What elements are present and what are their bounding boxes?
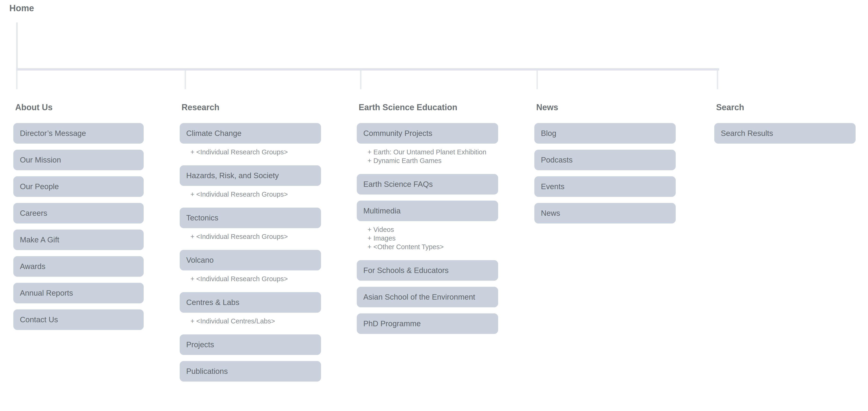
node-label: Community Projects (363, 129, 432, 138)
sub-item-list: + Videos + Images + <Other Content Types… (357, 225, 498, 251)
sub-item: + <Individual Research Groups> (190, 190, 321, 199)
sitemap-node-search-results: Search Results (714, 123, 856, 144)
node-label: Careers (20, 209, 47, 218)
connector-drop-line-search (717, 70, 718, 89)
node-label: Events (541, 182, 564, 191)
sitemap-node-directors-message: Director’s Message (13, 123, 144, 144)
node-label: For Schools & Educators (363, 266, 448, 275)
connector-drop-line-research (185, 70, 186, 89)
sitemap-node-projects: Projects (180, 335, 321, 355)
sub-item: + Dynamic Earth Games (368, 156, 498, 165)
node-label: Climate Change (186, 129, 242, 138)
column-header-about-us: About Us (13, 102, 144, 113)
connector-drop-line-about-us (16, 70, 18, 89)
sub-item: + <Individual Centres/Labs> (190, 317, 321, 325)
sitemap-node-annual-reports: Annual Reports (13, 283, 144, 303)
sub-item-list: + <Individual Research Groups> (180, 275, 321, 283)
sitemap-diagram: Home About Us Director’s Message Our Mis… (0, 0, 868, 411)
node-label: Awards (20, 262, 45, 271)
sitemap-node-climate-change: Climate Change (180, 123, 321, 144)
root-node-home: Home (9, 3, 34, 13)
node-label: Hazards, Risk, and Society (186, 171, 279, 180)
column-news: News Blog Podcasts Events News (534, 102, 676, 229)
sitemap-node-hazards-risk-and-society: Hazards, Risk, and Society (180, 165, 321, 186)
sitemap-node-earth-science-faqs: Earth Science FAQs (357, 174, 498, 194)
node-label: PhD Programme (363, 319, 421, 328)
sitemap-node-asian-school-of-the-environment: Asian School of the Environment (357, 287, 498, 307)
node-label: News (541, 209, 560, 218)
node-label: Blog (541, 129, 556, 138)
sub-item: + <Other Content Types> (368, 243, 498, 251)
node-label: Earth Science FAQs (363, 180, 433, 189)
sitemap-node-contact-us: Contact Us (13, 309, 144, 330)
column-about-us: About Us Director’s Message Our Mission … (13, 102, 144, 336)
sub-item-list: + <Individual Research Groups> (180, 148, 321, 156)
node-label: Publications (186, 367, 228, 376)
sitemap-node-phd-programme: PhD Programme (357, 313, 498, 334)
sitemap-node-multimedia: Multimedia (357, 200, 498, 221)
column-header-search: Search (714, 102, 856, 113)
sitemap-node-make-a-gift: Make A Gift (13, 229, 144, 250)
sitemap-node-careers: Careers (13, 203, 144, 223)
sitemap-node-our-mission: Our Mission (13, 150, 144, 170)
node-label: Make A Gift (20, 235, 59, 244)
sitemap-node-centres-and-labs: Centres & Labs (180, 292, 321, 313)
sub-item: + Images (368, 234, 498, 243)
sub-item-list: + Earth: Our Untamed Planet Exhibition +… (357, 148, 498, 165)
sitemap-node-for-schools-and-educators: For Schools & Educators (357, 260, 498, 281)
node-label: Contact Us (20, 315, 58, 324)
sitemap-node-volcano: Volcano (180, 250, 321, 271)
sub-item: + Videos (368, 225, 498, 234)
sitemap-node-awards: Awards (13, 256, 144, 277)
sub-item: + <Individual Research Groups> (190, 148, 321, 156)
sub-item-list: + <Individual Centres/Labs> (180, 317, 321, 325)
sitemap-node-podcasts: Podcasts (534, 150, 676, 170)
node-label: Projects (186, 340, 214, 349)
connector-drop-line-earth-science-education (360, 70, 362, 89)
node-label: Our Mission (20, 156, 61, 164)
sitemap-node-blog: Blog (534, 123, 676, 144)
node-label: Asian School of the Environment (363, 293, 475, 302)
connector-stem-line (16, 23, 18, 68)
sub-item: + <Individual Research Groups> (190, 232, 321, 241)
node-label: Annual Reports (20, 289, 73, 297)
sub-item: + Earth: Our Untamed Planet Exhibition (368, 148, 498, 156)
node-label: Podcasts (541, 156, 573, 164)
column-earth-science-education: Earth Science Education Community Projec… (357, 102, 498, 340)
column-header-earth-science-education: Earth Science Education (357, 102, 498, 113)
node-label: Director’s Message (20, 129, 86, 138)
sitemap-node-our-people: Our People (13, 176, 144, 197)
node-label: Volcano (186, 256, 214, 264)
column-header-news: News (534, 102, 676, 113)
connector-drop-line-news (536, 70, 538, 89)
node-label: Tectonics (186, 214, 218, 222)
connector-horizontal-line (16, 68, 719, 70)
node-label: Multimedia (363, 207, 401, 215)
column-header-research: Research (180, 102, 321, 113)
sitemap-node-community-projects: Community Projects (357, 123, 498, 144)
sub-item-list: + <Individual Research Groups> (180, 232, 321, 241)
column-research: Research Climate Change + <Individual Re… (180, 102, 321, 388)
column-search: Search Search Results (714, 102, 856, 150)
sitemap-node-publications: Publications (180, 361, 321, 382)
sub-item-list: + <Individual Research Groups> (180, 190, 321, 199)
node-label: Search Results (721, 129, 773, 138)
sitemap-node-news: News (534, 203, 676, 223)
sub-item: + <Individual Research Groups> (190, 275, 321, 283)
sitemap-node-events: Events (534, 176, 676, 197)
node-label: Centres & Labs (186, 298, 239, 307)
sitemap-node-tectonics: Tectonics (180, 208, 321, 228)
node-label: Our People (20, 182, 59, 191)
